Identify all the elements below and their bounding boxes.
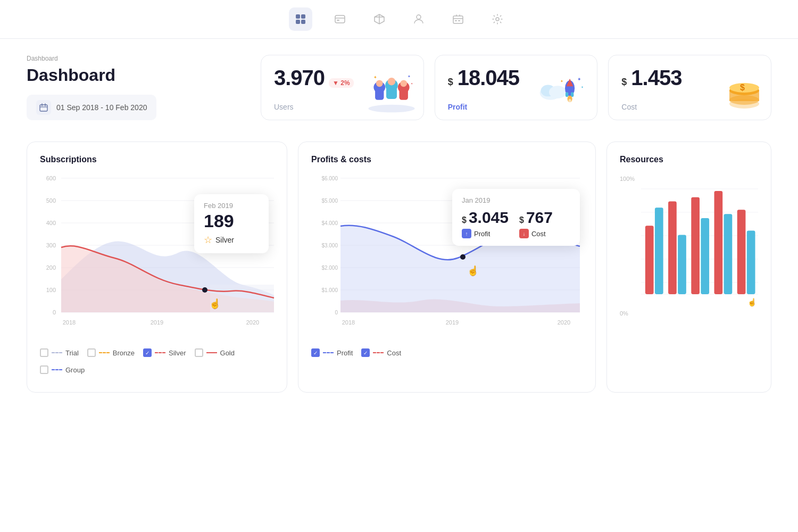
profit-stat-card: $ 18.045 bbox=[435, 55, 598, 120]
date-range-text: 01 Sep 2018 - 10 Feb 2020 bbox=[56, 103, 147, 112]
cost-label-badge: ↓ bbox=[519, 229, 529, 238]
svg-rect-102 bbox=[737, 210, 746, 294]
legend-trial: Trial bbox=[40, 348, 79, 357]
svg-text:✦: ✦ bbox=[373, 75, 377, 80]
svg-point-18 bbox=[368, 105, 414, 113]
resources-bars-area: ☝ bbox=[641, 173, 758, 332]
nav-billing-icon[interactable] bbox=[446, 7, 470, 31]
charts-row: Subscriptions 600 500 400 300 200 bbox=[27, 142, 771, 393]
svg-text:2018: 2018 bbox=[63, 319, 76, 326]
legend-silver: ✓ Silver bbox=[143, 348, 186, 357]
main-container: Dashboard Dashboard 01 Sep 2018 - 10 Feb… bbox=[0, 39, 798, 425]
nav-box-icon[interactable] bbox=[368, 7, 391, 31]
svg-rect-11 bbox=[455, 20, 457, 21]
svg-text:$5.000: $5.000 bbox=[321, 198, 338, 204]
svg-text:✦: ✦ bbox=[560, 79, 563, 84]
svg-text:100: 100 bbox=[46, 287, 56, 293]
profit-dollar: $ bbox=[448, 77, 453, 88]
legend-cost-check[interactable]: ✓ bbox=[361, 348, 370, 357]
svg-text:$2.000: $2.000 bbox=[321, 265, 338, 271]
legend-group-check[interactable] bbox=[40, 365, 48, 374]
svg-text:0: 0 bbox=[335, 310, 338, 315]
svg-rect-24 bbox=[386, 87, 397, 99]
profit-tooltip-label: Profit bbox=[474, 230, 490, 238]
users-stat-card: 3.970 ▼ 2% bbox=[261, 55, 424, 120]
legend-cost: ✓ Cost bbox=[361, 348, 401, 357]
legend-bronze-check[interactable] bbox=[87, 348, 96, 357]
svg-text:600: 600 bbox=[46, 175, 56, 181]
date-range-picker[interactable]: 01 Sep 2018 - 10 Feb 2020 bbox=[27, 95, 156, 120]
resources-y-labels: 100% 0% bbox=[620, 173, 641, 317]
nav-grid-icon[interactable] bbox=[289, 7, 312, 31]
svg-text:✦: ✦ bbox=[581, 85, 584, 89]
tooltip-tag: ☆ Silver bbox=[204, 234, 259, 246]
svg-text:☝: ☝ bbox=[467, 265, 479, 277]
nav-user-icon[interactable] bbox=[407, 7, 430, 31]
legend-gold: Gold bbox=[195, 348, 235, 357]
svg-text:0: 0 bbox=[53, 309, 56, 315]
svg-point-83 bbox=[460, 254, 466, 260]
users-badge: ▼ 2% bbox=[329, 78, 354, 88]
tooltip-tag-label: Silver bbox=[215, 236, 234, 244]
svg-rect-12 bbox=[458, 20, 460, 21]
legend-gold-check[interactable] bbox=[195, 348, 203, 357]
tooltip-value: 189 bbox=[204, 212, 259, 230]
breadcrumb: Dashboard bbox=[27, 55, 250, 62]
profit-tooltip-dollar: $ bbox=[462, 215, 467, 225]
users-number: 3.970 bbox=[274, 66, 325, 90]
resources-y-0: 0% bbox=[620, 310, 641, 317]
subscriptions-chart-title: Subscriptions bbox=[40, 155, 274, 164]
svg-text:☝: ☝ bbox=[747, 297, 757, 307]
cost-tooltip-value: 767 bbox=[526, 209, 553, 227]
svg-rect-10 bbox=[453, 16, 463, 23]
legend-group-dash bbox=[52, 369, 62, 370]
svg-point-20 bbox=[376, 80, 383, 87]
svg-text:2019: 2019 bbox=[151, 319, 163, 326]
legend-silver-dash bbox=[155, 352, 165, 353]
cost-val-group: $ 767 ↓ Cost bbox=[519, 209, 553, 238]
tooltip-month: Feb 2019 bbox=[204, 202, 259, 210]
svg-rect-3 bbox=[301, 20, 305, 24]
svg-text:$1.000: $1.000 bbox=[321, 287, 338, 293]
subscriptions-tooltip: Feb 2019 189 ☆ Silver bbox=[194, 194, 269, 253]
svg-text:✦: ✦ bbox=[577, 77, 581, 82]
profits-tooltip-month: Jan 2019 bbox=[462, 196, 570, 204]
nav-card-icon[interactable] bbox=[328, 7, 352, 31]
svg-rect-2 bbox=[296, 20, 300, 24]
svg-text:400: 400 bbox=[46, 220, 56, 226]
svg-rect-14 bbox=[40, 105, 47, 111]
subscriptions-chart-panel: Subscriptions 600 500 400 300 200 bbox=[27, 142, 287, 393]
profit-tooltip-value: 3.045 bbox=[469, 209, 509, 227]
svg-point-23 bbox=[387, 78, 395, 86]
svg-rect-1 bbox=[301, 14, 305, 19]
resources-svg: ☝ bbox=[641, 173, 758, 322]
svg-rect-0 bbox=[296, 14, 300, 19]
legend-group-label: Group bbox=[65, 366, 85, 374]
legend-bronze-label: Bronze bbox=[113, 349, 135, 357]
svg-text:$3.000: $3.000 bbox=[321, 243, 338, 248]
nav-settings-icon[interactable] bbox=[486, 7, 509, 31]
svg-text:$6.000: $6.000 bbox=[321, 176, 338, 181]
profit-illustration: ✦ ✦ ✦ bbox=[538, 72, 592, 114]
svg-text:✦: ✦ bbox=[411, 82, 413, 85]
legend-silver-label: Silver bbox=[169, 349, 186, 357]
cost-tooltip-label-row: ↓ Cost bbox=[519, 229, 553, 238]
svg-text:200: 200 bbox=[46, 264, 56, 271]
legend-silver-check[interactable]: ✓ bbox=[143, 348, 152, 357]
svg-rect-21 bbox=[375, 89, 384, 100]
svg-text:$: $ bbox=[740, 83, 745, 92]
svg-text:☝: ☝ bbox=[209, 298, 221, 310]
cost-tooltip-dollar: $ bbox=[519, 215, 524, 225]
legend-profit-check[interactable]: ✓ bbox=[311, 348, 320, 357]
profit-tooltip-label-row: ↑ Profit bbox=[462, 229, 509, 238]
legend-gold-dash bbox=[206, 352, 217, 353]
svg-rect-99 bbox=[701, 218, 709, 294]
legend-trial-check[interactable] bbox=[40, 348, 48, 357]
legend-trial-dash bbox=[52, 352, 62, 353]
svg-point-39 bbox=[569, 99, 571, 103]
svg-point-9 bbox=[417, 15, 421, 19]
legend-profit: ✓ Profit bbox=[311, 348, 353, 357]
svg-rect-97 bbox=[678, 235, 686, 294]
profit-val-row: $ 3.045 bbox=[462, 209, 509, 227]
svg-text:300: 300 bbox=[46, 242, 56, 248]
